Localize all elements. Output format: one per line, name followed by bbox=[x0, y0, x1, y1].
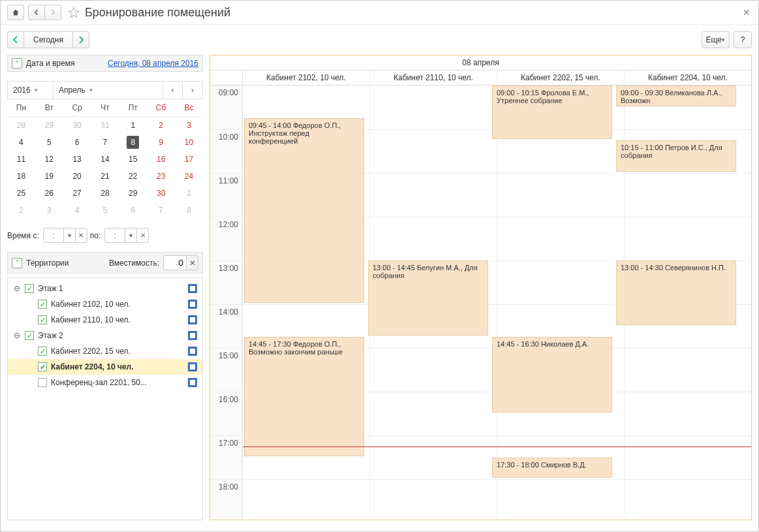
calendar-day[interactable]: 30 bbox=[147, 185, 175, 202]
collapse-toggle[interactable]: ˅ bbox=[12, 58, 22, 69]
calendar-day[interactable]: 29 bbox=[119, 185, 147, 202]
schedule-event[interactable]: 13:00 - 14:30 Северянинов Н.П. bbox=[616, 260, 736, 325]
time-from-field[interactable] bbox=[44, 228, 63, 242]
tree-room-row[interactable]: ✓Кабинет 2102, 10 чел. bbox=[8, 296, 202, 312]
calendar-day[interactable]: 13 bbox=[63, 151, 91, 168]
year-selector[interactable]: 2016▾ bbox=[8, 82, 54, 99]
next-month-button[interactable]: › bbox=[183, 82, 202, 99]
tree-checkbox[interactable]: ✓ bbox=[25, 331, 34, 340]
tree-expander[interactable]: ⊖ bbox=[13, 284, 21, 293]
tree-checkbox[interactable]: ✓ bbox=[38, 362, 47, 371]
calendar-day[interactable]: 18 bbox=[7, 168, 35, 185]
tree-checkbox[interactable]: ✓ bbox=[25, 284, 34, 293]
calendar-day[interactable]: 19 bbox=[35, 168, 63, 185]
calendar-day[interactable]: 4 bbox=[7, 134, 35, 151]
calendar-day[interactable]: 31 bbox=[91, 117, 119, 134]
tree-room-row[interactable]: ✓Кабинет 2110, 10 чел. bbox=[8, 312, 202, 328]
forward-button[interactable] bbox=[44, 5, 61, 20]
calendar-day[interactable]: 14 bbox=[91, 151, 119, 168]
tree-room-row[interactable]: ✓Кабинет 2202, 15 чел. bbox=[8, 343, 202, 359]
calendar-day[interactable]: 20 bbox=[63, 168, 91, 185]
calendar-day[interactable]: 3 bbox=[35, 202, 63, 219]
calendar-day[interactable]: 10 bbox=[175, 134, 203, 151]
calendar-day[interactable]: 16 bbox=[147, 151, 175, 168]
clear-button[interactable]: ✕ bbox=[75, 228, 87, 242]
calendar-day[interactable]: 6 bbox=[119, 202, 147, 219]
tree-item-label: Кабинет 2204, 10 чел. bbox=[51, 362, 134, 371]
calendar-day[interactable]: 7 bbox=[147, 202, 175, 219]
today-button[interactable]: Сегодня bbox=[23, 31, 73, 48]
schedule-event[interactable]: 13:00 - 14:45 Белугин М.А., Для собрания bbox=[368, 260, 488, 336]
calendar-day[interactable]: 7 bbox=[91, 134, 119, 151]
calendar-day[interactable]: 28 bbox=[7, 117, 35, 134]
room-icon bbox=[188, 315, 197, 324]
tree-room-row[interactable]: ✓Конференц-зал 2201, 50... bbox=[8, 375, 202, 390]
calendar-day[interactable]: 2 bbox=[147, 117, 175, 134]
calendar-day[interactable]: 27 bbox=[63, 185, 91, 202]
time-to-input[interactable]: ▾ ✕ bbox=[104, 228, 149, 243]
calendar-day[interactable]: 23 bbox=[147, 168, 175, 185]
calendar-day[interactable]: 24 bbox=[175, 168, 203, 185]
today-date-link[interactable]: Сегодня, 08 апреля 2016 bbox=[108, 59, 198, 68]
time-to-field[interactable] bbox=[105, 228, 125, 242]
calendar-day[interactable]: 8 bbox=[175, 202, 203, 219]
calendar-day[interactable]: 12 bbox=[35, 151, 63, 168]
tree-checkbox[interactable]: ✓ bbox=[38, 378, 47, 387]
tree-checkbox[interactable]: ✓ bbox=[38, 315, 47, 324]
calendar-day[interactable]: 1 bbox=[175, 185, 203, 202]
close-button[interactable]: ✕ bbox=[743, 7, 751, 18]
schedule-event[interactable]: 10:15 - 11:00 Петров И.С., Для собрания bbox=[616, 140, 736, 172]
schedule-event[interactable]: 14:45 - 16:30 Николаев Д.А. bbox=[492, 337, 612, 412]
tree-item-label: Этаж 1 bbox=[38, 284, 63, 293]
schedule-event[interactable]: 09:00 - 10:15 Фролова Е.М., Утреннее соб… bbox=[492, 86, 612, 139]
schedule-event[interactable]: 09:00 - 09:30 Великанова Л.А., Возможн bbox=[616, 86, 736, 106]
next-day-button[interactable] bbox=[72, 31, 89, 48]
more-button[interactable]: Еще bbox=[702, 31, 730, 48]
calendar-day[interactable]: 25 bbox=[7, 185, 35, 202]
tree-checkbox[interactable]: ✓ bbox=[38, 300, 47, 309]
favorite-button[interactable] bbox=[68, 7, 80, 18]
tree-floor-row[interactable]: ⊖✓Этаж 1 bbox=[8, 281, 202, 296]
schedule-column-header: Кабинет 2204, 10 чел. bbox=[625, 70, 751, 85]
dropdown-icon[interactable]: ▾ bbox=[125, 228, 136, 242]
calendar-day[interactable]: 4 bbox=[63, 202, 91, 219]
tree-expander[interactable]: ⊖ bbox=[13, 331, 21, 340]
prev-day-button[interactable] bbox=[7, 31, 24, 48]
calendar-day[interactable]: 9 bbox=[147, 134, 175, 151]
tree-room-row[interactable]: ✓Кабинет 2204, 10 чел. bbox=[8, 359, 202, 375]
month-selector[interactable]: Апрель▾ bbox=[54, 82, 163, 99]
calendar-day[interactable]: 8 bbox=[119, 134, 147, 151]
schedule-event[interactable]: 17:30 - 18:00 Смирнов В.Д. bbox=[492, 458, 612, 478]
calendar-day[interactable]: 29 bbox=[35, 117, 63, 134]
schedule-event[interactable]: 09:45 - 14:00 Федоров О.П., Инструктаж п… bbox=[244, 118, 364, 303]
help-button[interactable]: ? bbox=[734, 31, 752, 48]
dropdown-icon[interactable]: ▾ bbox=[63, 228, 75, 242]
prev-month-button[interactable]: ‹ bbox=[163, 82, 183, 99]
calendar-day[interactable]: 15 bbox=[119, 151, 147, 168]
calendar-day[interactable]: 2 bbox=[7, 202, 35, 219]
calendar-day[interactable]: 26 bbox=[35, 185, 63, 202]
calendar-day[interactable]: 1 bbox=[119, 117, 147, 134]
calendar-day[interactable]: 21 bbox=[91, 168, 119, 185]
collapse-toggle[interactable]: ˅ bbox=[12, 258, 22, 268]
calendar-day[interactable]: 11 bbox=[7, 151, 35, 168]
calendar-day[interactable]: 5 bbox=[91, 202, 119, 219]
tree-checkbox[interactable]: ✓ bbox=[38, 347, 47, 356]
calendar-day[interactable]: 6 bbox=[63, 134, 91, 151]
clear-button[interactable]: ✕ bbox=[186, 256, 198, 270]
calendar-day[interactable]: 3 bbox=[175, 117, 203, 134]
calendar-day[interactable]: 28 bbox=[91, 185, 119, 202]
calendar-day[interactable]: 30 bbox=[63, 117, 91, 134]
territories-tree: ⊖✓Этаж 1✓Кабинет 2102, 10 чел.✓Кабинет 2… bbox=[7, 277, 203, 520]
home-icon bbox=[12, 8, 20, 16]
clear-button[interactable]: ✕ bbox=[136, 228, 148, 242]
time-from-input[interactable]: ▾ ✕ bbox=[43, 228, 87, 243]
calendar-day[interactable]: 17 bbox=[175, 151, 203, 168]
calendar-day[interactable]: 5 bbox=[35, 134, 63, 151]
capacity-input[interactable] bbox=[164, 256, 186, 270]
calendar-day[interactable]: 22 bbox=[119, 168, 147, 185]
back-button[interactable] bbox=[28, 5, 45, 20]
tree-floor-row[interactable]: ⊖✓Этаж 2 bbox=[8, 328, 202, 343]
home-button[interactable] bbox=[7, 5, 24, 20]
schedule-event[interactable]: 14:45 - 17:30 Федоров О.П., Возможно зак… bbox=[244, 337, 364, 456]
